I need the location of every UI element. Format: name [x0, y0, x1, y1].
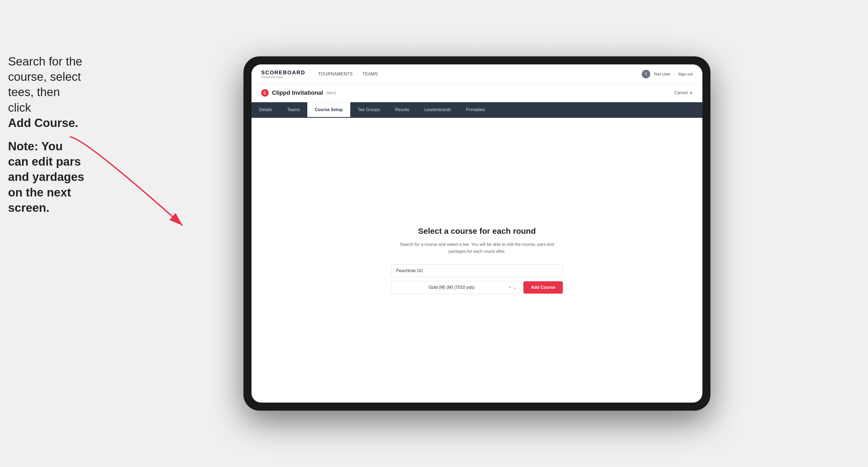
tee-select-row: Gold (M) (M) (7010 yds) × ⌄ Add Course — [391, 281, 563, 294]
select-controls: × ⌄ — [508, 285, 517, 290]
tab-results[interactable]: Results — [388, 102, 417, 118]
tee-select-value: Gold (M) (M) (7010 yds) — [395, 281, 508, 293]
logo-title: SCOREBOARD — [261, 69, 305, 76]
user-label: Test User — [654, 72, 671, 76]
nav-left: SCOREBOARD Powered by clippd TOURNAMENTS… — [261, 69, 378, 79]
card-description: Search for a course and select a tee. Yo… — [391, 241, 563, 255]
annotation-block: Search for the course, select tees, then… — [8, 54, 86, 223]
tab-course-setup[interactable]: Course Setup — [307, 102, 350, 118]
cancel-button[interactable]: Cancel ✕ — [674, 90, 693, 96]
tab-leaderboards[interactable]: Leaderboards — [417, 102, 458, 118]
tournament-header: C Clippd Invitational (Men) Cancel ✕ — [251, 84, 703, 102]
tournament-logo: C — [261, 89, 269, 97]
tournament-badge: (Men) — [327, 91, 336, 95]
tablet-screen: SCOREBOARD Powered by clippd TOURNAMENTS… — [251, 64, 703, 403]
annotation-text-1: Search for the course, select tees, then… — [8, 55, 82, 114]
nav-teams[interactable]: TEAMS — [362, 72, 378, 76]
top-nav: SCOREBOARD Powered by clippd TOURNAMENTS… — [251, 64, 703, 84]
add-course-button[interactable]: Add Course — [523, 281, 563, 293]
nav-separator: | — [674, 72, 675, 76]
tab-printables[interactable]: Printables — [458, 102, 493, 118]
card-title: Select a course for each round — [391, 226, 563, 236]
nav-links: TOURNAMENTS TEAMS — [318, 72, 378, 76]
course-search-input[interactable] — [391, 264, 563, 277]
nav-right: T Test User | Sign out — [642, 70, 693, 79]
tab-tee-groups[interactable]: Tee Groups — [350, 102, 388, 118]
arrows-icon: ⌄ — [513, 285, 517, 290]
sign-out-link[interactable]: Sign out — [678, 72, 693, 76]
logo-area: SCOREBOARD Powered by clippd — [261, 69, 305, 79]
tournament-name: Clippd Invitational — [272, 89, 323, 96]
tab-bar: Details Teams Course Setup Tee Groups Re… — [251, 102, 703, 118]
clear-icon[interactable]: × — [508, 285, 511, 290]
user-avatar: T — [642, 70, 650, 79]
nav-tournaments[interactable]: TOURNAMENTS — [318, 72, 353, 76]
logo-subtitle: Powered by clippd — [261, 76, 305, 79]
tee-select-wrapper[interactable]: Gold (M) (M) (7010 yds) × ⌄ — [391, 281, 520, 294]
tab-teams[interactable]: Teams — [280, 102, 307, 118]
tablet-shell: SCOREBOARD Powered by clippd TOURNAMENTS… — [243, 56, 710, 411]
annotation-bold: Add Course. — [8, 116, 79, 129]
tab-details[interactable]: Details — [251, 102, 280, 118]
main-content: Select a course for each round Search fo… — [251, 118, 703, 403]
annotation-note: Note: You can edit pars and yardages on … — [8, 139, 84, 214]
tournament-title-row: C Clippd Invitational (Men) — [261, 89, 336, 97]
course-card: Select a course for each round Search fo… — [391, 226, 563, 294]
